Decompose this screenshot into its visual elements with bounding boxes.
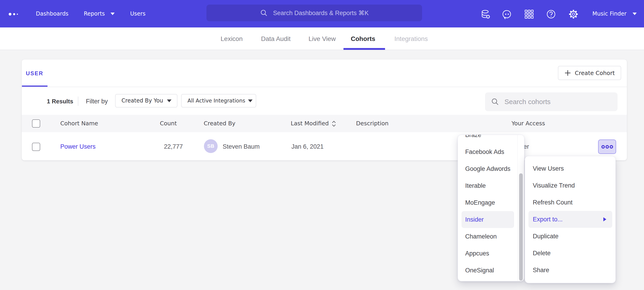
- created-by-name: Steven Baum: [223, 143, 260, 150]
- results-count: 1 Results: [47, 98, 73, 105]
- avatar: SB: [204, 139, 218, 153]
- search-icon: [491, 97, 500, 106]
- settings-gear-icon[interactable]: [568, 9, 578, 19]
- tab-user-cohorts[interactable]: USER: [22, 59, 48, 87]
- user-tab-underline: [22, 86, 48, 87]
- chevron-down-icon: [248, 99, 252, 102]
- card-header: USER Create Cohort: [22, 59, 627, 87]
- top-bar: Dashboards Reports Users Search Dashboar…: [0, 0, 644, 28]
- row-actions-button[interactable]: [598, 139, 616, 154]
- chevron-down-icon: [167, 99, 172, 102]
- search-icon: [260, 9, 268, 17]
- row-checkbox[interactable]: [32, 143, 40, 151]
- scrollbar-thumb[interactable]: [519, 173, 523, 281]
- column-your-access[interactable]: Your Access: [512, 120, 545, 127]
- table-header: Cohort Name Count Created By Last Modifi…: [22, 115, 627, 132]
- active-tab-underline: [344, 48, 385, 50]
- menu-item-delete[interactable]: Delete: [525, 245, 616, 262]
- menu-item-appcues[interactable]: Appcues: [458, 245, 518, 262]
- plus-icon: [564, 70, 571, 76]
- menu-item-braze[interactable]: Braze: [458, 135, 518, 143]
- column-description[interactable]: Description: [356, 120, 388, 127]
- section-tab-bar: Lexicon Data Audit Live View Cohorts Int…: [0, 28, 644, 50]
- global-search-placeholder: Search Dashboards & Reports ⌘K: [273, 10, 369, 17]
- create-cohort-button[interactable]: Create Cohort: [558, 66, 621, 80]
- integrations-filter-label: All Active Integrations: [188, 97, 245, 104]
- menu-item-insider[interactable]: Insider: [462, 211, 514, 228]
- cohort-count: 22,777: [164, 143, 183, 150]
- export-destinations-menu: Braze Facebook Ads Google Adwords Iterab…: [458, 135, 524, 281]
- feedback-chat-icon[interactable]: [502, 9, 512, 19]
- last-modified-date: Jan 6, 2021: [292, 143, 324, 150]
- column-cohort-name[interactable]: Cohort Name: [60, 120, 98, 127]
- apps-grid-icon[interactable]: [524, 9, 534, 19]
- scrollbar-track[interactable]: [518, 135, 524, 281]
- export-to-label: Export to...: [533, 216, 563, 223]
- project-selector[interactable]: Music Finder: [592, 11, 627, 17]
- cohorts-card: USER Create Cohort 1 Results Filter by C…: [22, 59, 627, 160]
- menu-item-refresh-count[interactable]: Refresh Count: [525, 194, 616, 211]
- create-cohort-label: Create Cohort: [575, 70, 615, 76]
- user-tab-label: USER: [22, 70, 48, 77]
- search-cohorts-input[interactable]: Search cohorts: [485, 92, 618, 111]
- row-context-menu: View Users Visualize Trend Refresh Count…: [525, 156, 616, 283]
- integrations-filter-dropdown[interactable]: All Active Integrations: [181, 94, 256, 107]
- reports-chevron-down-icon: [110, 13, 115, 15]
- search-cohorts-placeholder: Search cohorts: [504, 98, 550, 106]
- nav-users[interactable]: Users: [130, 11, 146, 17]
- select-all-checkbox[interactable]: [32, 119, 40, 128]
- menu-item-iterable[interactable]: Iterable: [458, 177, 518, 194]
- tab-lexicon[interactable]: Lexicon: [220, 35, 243, 43]
- nav-dashboards[interactable]: Dashboards: [36, 11, 68, 17]
- created-by-filter-dropdown[interactable]: Created By You: [115, 94, 178, 107]
- tab-integrations[interactable]: Integrations: [394, 35, 428, 43]
- menu-item-google-adwords[interactable]: Google Adwords: [458, 160, 518, 177]
- project-chevron-down-icon: [632, 13, 637, 15]
- menu-item-view-users[interactable]: View Users: [525, 160, 616, 177]
- nav-reports[interactable]: Reports: [84, 11, 105, 17]
- tab-cohorts[interactable]: Cohorts: [351, 35, 375, 43]
- menu-item-duplicate[interactable]: Duplicate: [525, 228, 616, 245]
- global-search-input[interactable]: Search Dashboards & Reports ⌘K: [206, 5, 422, 21]
- menu-item-export-to[interactable]: Export to...: [528, 211, 612, 228]
- divider: [78, 96, 78, 106]
- column-last-modified[interactable]: Last Modified: [291, 120, 329, 127]
- menu-item-visualize-trend[interactable]: Visualize Trend: [525, 177, 616, 194]
- avatar-initials: SB: [207, 143, 214, 149]
- menu-item-moengage[interactable]: MoEngage: [458, 194, 518, 211]
- filter-by-label: Filter by: [86, 98, 108, 105]
- menu-item-share[interactable]: Share: [525, 262, 616, 278]
- menu-item-chameleon[interactable]: Chameleon: [458, 228, 518, 245]
- cohort-name-link[interactable]: Power Users: [60, 143, 96, 150]
- mixpanel-logo-icon[interactable]: [8, 12, 19, 16]
- created-by-filter-label: Created By You: [122, 97, 163, 104]
- more-dots-icon: [601, 144, 614, 149]
- column-count[interactable]: Count: [160, 120, 177, 127]
- tab-live-view[interactable]: Live View: [308, 35, 336, 43]
- help-icon[interactable]: [546, 9, 556, 19]
- submenu-arrow-icon: [603, 217, 606, 221]
- data-management-icon[interactable]: [480, 9, 490, 19]
- menu-item-onesignal[interactable]: OneSignal: [458, 262, 518, 279]
- menu-item-facebook-ads[interactable]: Facebook Ads: [458, 143, 518, 160]
- tab-data-audit[interactable]: Data Audit: [261, 35, 290, 43]
- sort-icon[interactable]: [331, 120, 336, 127]
- column-created-by[interactable]: Created By: [204, 120, 236, 127]
